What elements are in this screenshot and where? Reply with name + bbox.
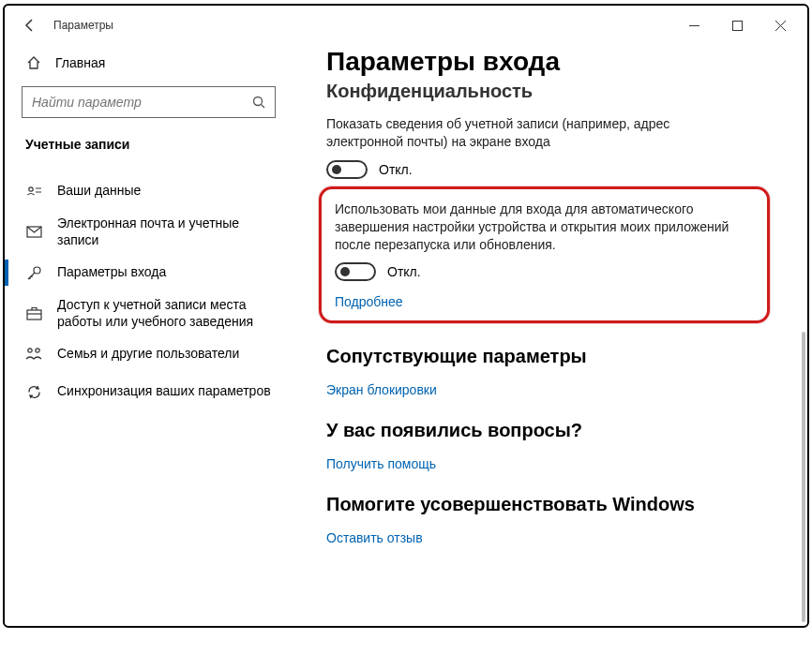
sync-icon [25, 384, 42, 400]
titlebar: Параметры [5, 6, 807, 45]
sidebar-item-label: Синхронизация ваших параметров [57, 383, 271, 400]
window-title: Параметры [53, 19, 113, 32]
svg-point-8 [34, 267, 40, 274]
feedback-link[interactable]: Оставить отзыв [326, 530, 423, 545]
sidebar-item-sync[interactable]: Синхронизация ваших параметров [5, 373, 293, 410]
get-help-link[interactable]: Получить помощь [326, 456, 436, 471]
highlighted-setting: Использовать мои данные для входа для ав… [319, 186, 770, 324]
sidebar: Главная Учетные записи Ваши данные [5, 45, 300, 626]
sidebar-item-work-access[interactable]: Доступ к учетной записи места работы или… [5, 291, 293, 335]
sidebar-home-label: Главная [55, 55, 105, 70]
lock-screen-link[interactable]: Экран блокировки [326, 382, 437, 397]
usedata-setting-text: Использовать мои данные для входа для ав… [335, 201, 738, 254]
sidebar-item-label: Ваши данные [57, 183, 141, 200]
sidebar-item-your-info[interactable]: Ваши данные [5, 172, 293, 210]
svg-rect-1 [732, 21, 742, 30]
privacy-setting-text: Показать сведения об учетной записи (нап… [326, 115, 729, 151]
sidebar-item-label: Семья и другие пользователи [57, 346, 239, 363]
mail-icon [25, 226, 42, 239]
related-heading: Сопутствующие параметры [326, 346, 798, 367]
sidebar-item-signin-options[interactable]: Параметры входа [5, 254, 293, 291]
search-box[interactable] [22, 86, 276, 118]
svg-point-2 [253, 97, 262, 105]
sidebar-item-label: Электронная почта и учетные записи [57, 216, 282, 248]
home-icon [25, 55, 42, 70]
search-icon [250, 96, 267, 110]
learn-more-link[interactable]: Подробнее [335, 294, 403, 309]
close-button[interactable] [759, 10, 802, 40]
maximize-button[interactable] [715, 10, 759, 40]
sidebar-item-label: Доступ к учетной записи места работы или… [57, 297, 282, 330]
svg-line-3 [261, 104, 264, 108]
main-panel: Параметры входа Конфиденциальность Показ… [300, 45, 807, 626]
sidebar-home[interactable]: Главная [5, 45, 293, 81]
scrollbar[interactable] [802, 332, 805, 622]
page-title: Параметры входа [326, 47, 798, 77]
usedata-toggle[interactable] [335, 262, 376, 281]
usedata-toggle-label: Откл. [387, 264, 421, 279]
briefcase-icon [25, 306, 42, 320]
key-icon [25, 265, 42, 281]
minimize-button[interactable] [672, 10, 715, 40]
sidebar-item-email[interactable]: Электронная почта и учетные записи [5, 210, 293, 254]
privacy-toggle[interactable] [326, 160, 368, 179]
user-card-icon [25, 184, 42, 200]
sidebar-item-label: Параметры входа [57, 264, 166, 281]
search-container [22, 86, 276, 118]
back-button[interactable] [18, 13, 42, 37]
sidebar-nav: Ваши данные Электронная почта и учетные … [5, 172, 293, 410]
svg-point-4 [28, 186, 32, 190]
privacy-toggle-label: Откл. [379, 162, 413, 177]
feedback-heading: Помогите усовершенствовать Windows [326, 494, 798, 515]
privacy-heading: Конфиденциальность [326, 81, 798, 102]
family-icon [25, 347, 42, 362]
search-input[interactable] [32, 95, 250, 110]
sidebar-item-family[interactable]: Семья и другие пользователи [5, 335, 293, 373]
svg-rect-9 [27, 310, 41, 320]
svg-point-11 [28, 349, 32, 352]
sidebar-section-label: Учетные записи [5, 127, 293, 161]
questions-heading: У вас появились вопросы? [326, 420, 798, 441]
svg-point-12 [36, 349, 39, 352]
